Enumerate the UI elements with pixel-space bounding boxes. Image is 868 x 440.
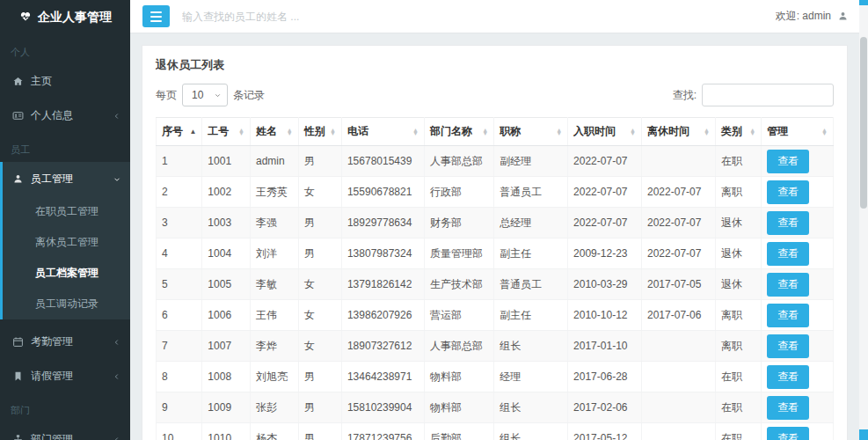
table-cell: 1007 — [202, 331, 251, 362]
sidebar-subitem-transfer-records[interactable]: 员工调动记录 — [3, 289, 130, 319]
welcome-text: 欢迎: admin — [776, 9, 831, 24]
sidebar-item-employee-management[interactable]: 员工管理 — [3, 162, 130, 196]
table-cell: 7 — [157, 331, 202, 362]
table-cell: 1004 — [202, 238, 251, 269]
column-label: 部门名称 — [430, 124, 472, 139]
table-filter-input[interactable] — [702, 84, 834, 106]
scrollbar-bottom-accent — [859, 429, 868, 440]
table-cell: 2022-07-07 — [568, 146, 642, 177]
scrollbar-thumb[interactable] — [860, 37, 867, 209]
view-button[interactable]: 查看 — [767, 334, 809, 358]
table-cell: 6 — [157, 300, 202, 331]
table-cell: 后勤部 — [424, 423, 493, 440]
table-cell: 2022-07-07 — [642, 208, 716, 238]
table-cell: 2022-07-07 — [568, 177, 642, 208]
table-cell: 2017-02-06 — [568, 392, 642, 423]
sidebar-item-attendance[interactable]: 考勤管理 — [0, 325, 130, 359]
table-cell: 在职 — [715, 146, 761, 177]
table-cell: 普通员工 — [494, 177, 568, 208]
employee-search-input[interactable] — [182, 11, 463, 23]
column-label: 工号 — [208, 124, 229, 139]
sidebar-item-label: 请假管理 — [31, 369, 106, 384]
sidebar-item-label: 员工管理 — [31, 172, 106, 187]
table-cell: 张彭 — [251, 392, 299, 423]
table-cell: 15590678821 — [341, 177, 424, 208]
person-icon — [837, 11, 849, 22]
per-page-suffix: 条记录 — [233, 88, 265, 103]
view-button[interactable]: 查看 — [767, 150, 809, 173]
user-menu[interactable]: 欢迎: admin — [776, 9, 856, 24]
table-cell: 13464238971 — [341, 362, 424, 392]
table-cell — [642, 423, 716, 440]
view-button[interactable]: 查看 — [767, 180, 809, 204]
view-button[interactable]: 查看 — [767, 427, 809, 440]
view-button[interactable]: 查看 — [767, 273, 809, 297]
scrollbar-top-accent — [859, 0, 868, 5]
column-header-9[interactable]: 类别▲▼ — [715, 118, 761, 146]
employee-management-block: 员工管理 在职员工管理 离休员工管理 员工档案管理 员工调动记录 — [0, 162, 130, 319]
column-header-10[interactable]: 管理▲▼ — [762, 118, 834, 146]
table-cell: 男 — [298, 423, 341, 440]
column-header-0[interactable]: 序号▲ — [157, 118, 202, 146]
table-cell: 4 — [157, 238, 202, 269]
sidebar-item-department-management[interactable]: 部门管理 — [0, 422, 130, 440]
sidebar-subitem-active-employees[interactable]: 在职员工管理 — [3, 196, 130, 227]
table-cell: 组长 — [494, 423, 568, 440]
hamburger-icon — [150, 11, 162, 13]
sort-icon: ▲▼ — [330, 128, 336, 136]
view-button[interactable]: 查看 — [767, 304, 809, 327]
table-cell: 总经理 — [494, 208, 568, 238]
table-cell: admin — [251, 146, 299, 177]
view-button[interactable]: 查看 — [767, 211, 809, 235]
sidebar-item-personal-info[interactable]: 个人信息 — [0, 99, 130, 133]
sidebar-subitem-retired-employees[interactable]: 离休员工管理 — [3, 227, 130, 258]
sitemap-icon — [12, 434, 24, 440]
column-header-8[interactable]: 离休时间▲▼ — [642, 118, 716, 146]
sidebar-item-home[interactable]: 主页 — [0, 64, 130, 99]
per-page-select[interactable]: 10 — [182, 84, 228, 106]
table-cell-actions: 查看 — [762, 177, 834, 208]
table-cell: 2 — [157, 177, 202, 208]
chevron-left-icon — [113, 112, 121, 121]
column-header-3[interactable]: 性别▲▼ — [298, 118, 341, 146]
table-cell: 生产技术部 — [424, 269, 493, 300]
table-cell: 副主任 — [494, 300, 568, 331]
view-button[interactable]: 查看 — [767, 242, 809, 266]
column-header-5[interactable]: 部门名称▲▼ — [424, 118, 493, 146]
chevron-down-icon — [113, 175, 121, 184]
caret-down-icon — [214, 92, 222, 99]
table-cell-actions: 查看 — [762, 238, 834, 269]
per-page-value: 10 — [192, 89, 203, 101]
view-button[interactable]: 查看 — [767, 396, 809, 420]
table-cell: 13791826142 — [341, 269, 424, 300]
sidebar-item-leave[interactable]: 请假管理 — [0, 359, 130, 393]
sort-icon: ▲▼ — [704, 128, 710, 136]
column-header-4[interactable]: 电话▲▼ — [341, 118, 424, 146]
column-header-6[interactable]: 职称▲▼ — [494, 118, 568, 146]
column-header-1[interactable]: 工号▲▼ — [202, 118, 251, 146]
table-cell: 1001 — [202, 146, 251, 177]
table-cell: 人事部总部 — [424, 331, 493, 362]
view-button[interactable]: 查看 — [767, 365, 809, 389]
table-cell: 退休 — [715, 238, 761, 269]
table-cell-actions: 查看 — [762, 392, 834, 423]
table-cell: 刘洋 — [251, 238, 299, 269]
table-cell: 副主任 — [494, 238, 568, 269]
sidebar-toggle-button[interactable] — [142, 5, 170, 27]
table-cell: 在职 — [715, 362, 761, 392]
table-cell: 2022-07-07 — [642, 238, 716, 269]
table-cell: 人事部总部 — [424, 146, 493, 177]
page-title: 退休员工列表 — [142, 46, 847, 84]
table-cell: 10 — [157, 423, 202, 440]
table-cell: 1 — [157, 146, 202, 177]
column-label: 职称 — [500, 124, 521, 139]
retired-employee-table: 序号▲工号▲▼姓名▲▼性别▲▼电话▲▼部门名称▲▼职称▲▼入职时间▲▼离休时间▲… — [156, 117, 834, 440]
table-row: 21002王秀英女15590678821行政部普通员工2022-07-07202… — [157, 177, 834, 208]
table-cell: 李敏 — [251, 269, 299, 300]
sidebar-subitem-employee-archives[interactable]: 员工档案管理 — [3, 258, 130, 289]
table-cell: 女 — [298, 300, 341, 331]
table-cell: 男 — [298, 208, 341, 238]
column-header-2[interactable]: 姓名▲▼ — [251, 118, 299, 146]
column-label: 离休时间 — [647, 124, 689, 139]
column-header-7[interactable]: 入职时间▲▼ — [568, 118, 642, 146]
